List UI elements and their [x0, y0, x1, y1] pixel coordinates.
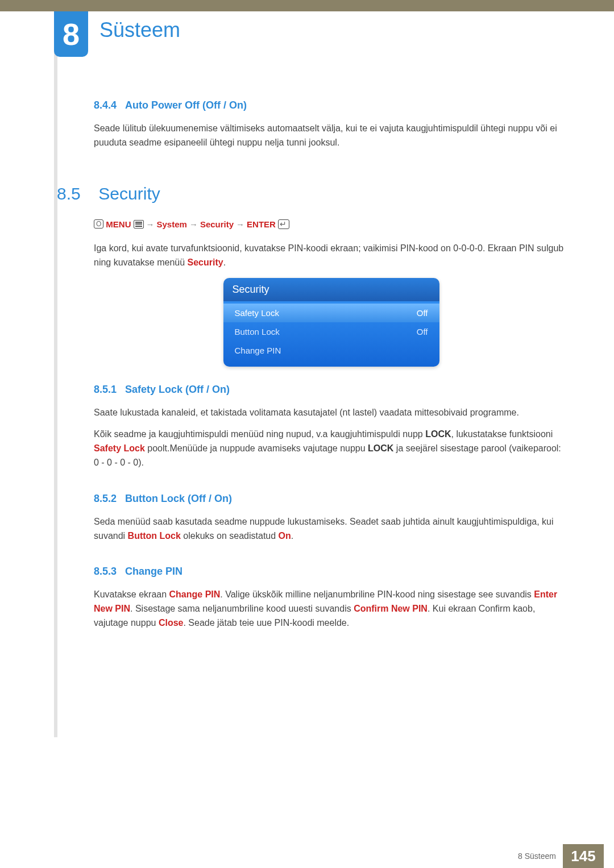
menu-navigation-path: O MENU → System → Security → ENTER ↵: [94, 219, 569, 229]
osd-row-label: Button Lock: [235, 327, 280, 337]
page-content: 8.4.4 Auto Power Off (Off / On) Seade lü…: [94, 99, 569, 638]
kw-close: Close: [159, 618, 184, 628]
osd-row-change-pin[interactable]: Change PIN: [223, 341, 439, 360]
nav-security-label: Security: [200, 219, 234, 229]
kw-safety-lock: Safety Lock: [94, 443, 145, 453]
top-accent-bar: [0, 0, 614, 11]
section-number: 8.5.3: [94, 566, 117, 577]
section-title: Button Lock (Off / On): [125, 493, 232, 504]
osd-row-label: Change PIN: [235, 346, 281, 355]
kw-lock: LOCK: [425, 429, 451, 439]
arrow-icon: →: [236, 219, 244, 229]
osd-body: Safety Lock Off Button Lock Off Change P…: [223, 301, 439, 367]
kw-button-lock: Button Lock: [128, 531, 181, 541]
heading-853: 8.5.3 Change PIN: [94, 566, 569, 578]
section-number: 8.5: [57, 184, 94, 203]
chapter-title: Süsteem: [99, 18, 180, 42]
section-title: Safety Lock (Off / On): [125, 384, 230, 395]
osd-row-value: Off: [417, 327, 428, 337]
section-number: 8.5.2: [94, 493, 117, 504]
text: Kõik seadme ja kaugjuhtimispuldi menüüd …: [94, 429, 425, 439]
text: poolt.Menüüde ja nuppude avamiseks vajut…: [145, 443, 368, 453]
kw-on: On: [279, 531, 291, 541]
osd-title: Security: [223, 278, 439, 301]
section-number: 8.4.4: [94, 99, 117, 111]
paragraph-844: Seade lülitub ülekuumenemise vältimiseks…: [94, 122, 569, 150]
text: .: [223, 258, 226, 267]
remote-icon: O: [94, 219, 103, 229]
heading-852: 8.5.2 Button Lock (Off / On): [94, 493, 569, 505]
arrow-icon: →: [189, 219, 198, 229]
heading-85: 8.5 Security: [94, 184, 569, 203]
footer-chapter-text: 8 Süsteem: [518, 852, 563, 861]
text: .: [291, 531, 293, 541]
kw-confirm-new-pin: Confirm New PIN: [354, 604, 428, 613]
osd-security-menu: Security Safety Lock Off Button Lock Off…: [223, 278, 439, 367]
arrow-icon: →: [146, 219, 155, 229]
page-footer: 8 Süsteem 145: [0, 844, 614, 868]
menu-icon: [134, 220, 144, 229]
text: olekuks on seadistatud: [181, 531, 279, 541]
chapter-number-tab: 8: [54, 11, 88, 57]
text: , lukustatakse funktsiooni: [451, 429, 553, 439]
text: Kuvatakse ekraan: [94, 589, 169, 599]
paragraph-853: Kuvatakse ekraan Change PIN. Valige üksk…: [94, 588, 569, 630]
osd-row-safety-lock[interactable]: Safety Lock Off: [223, 304, 439, 322]
paragraph-851-2: Kõik seadme ja kaugjuhtimispuldi menüüd …: [94, 427, 569, 470]
section-title: Change PIN: [125, 566, 182, 577]
section-title: Security: [98, 184, 160, 203]
nav-menu-label: MENU: [106, 219, 131, 229]
kw-lock: LOCK: [368, 443, 393, 453]
heading-844: 8.4.4 Auto Power Off (Off / On): [94, 99, 569, 111]
enter-icon: ↵: [278, 219, 289, 229]
nav-system-label: System: [157, 219, 187, 229]
text: Iga kord, kui avate turvafunktsioonid, k…: [94, 243, 563, 267]
heading-851: 8.5.1 Safety Lock (Off / On): [94, 384, 569, 396]
osd-row-button-lock[interactable]: Button Lock Off: [223, 322, 439, 341]
paragraph-85-intro: Iga kord, kui avate turvafunktsioonid, k…: [94, 242, 569, 270]
paragraph-852: Seda menüüd saab kasutada seadme nuppude…: [94, 515, 569, 543]
chapter-number: 8: [63, 16, 80, 52]
section-number: 8.5.1: [94, 384, 117, 395]
footer-page-number: 145: [563, 844, 604, 868]
left-accent-bar: [54, 11, 57, 737]
text: . Valige ükskõik milline neljanumbriline…: [220, 589, 534, 599]
text: . Sisestage sama neljanumbriline kood uu…: [130, 604, 354, 613]
nav-enter-label: ENTER: [247, 219, 276, 229]
footer-padding: [604, 844, 614, 868]
text: . Seade jätab teie uue PIN-koodi meelde.: [183, 618, 349, 628]
section-title: Auto Power Off (Off / On): [125, 99, 247, 111]
kw-security: Security: [188, 258, 223, 267]
paragraph-851-1: Saate lukustada kanaleid, et takistada v…: [94, 406, 569, 420]
osd-row-value: Off: [417, 308, 428, 318]
kw-change-pin: Change PIN: [169, 589, 221, 599]
osd-row-label: Safety Lock: [235, 308, 279, 318]
